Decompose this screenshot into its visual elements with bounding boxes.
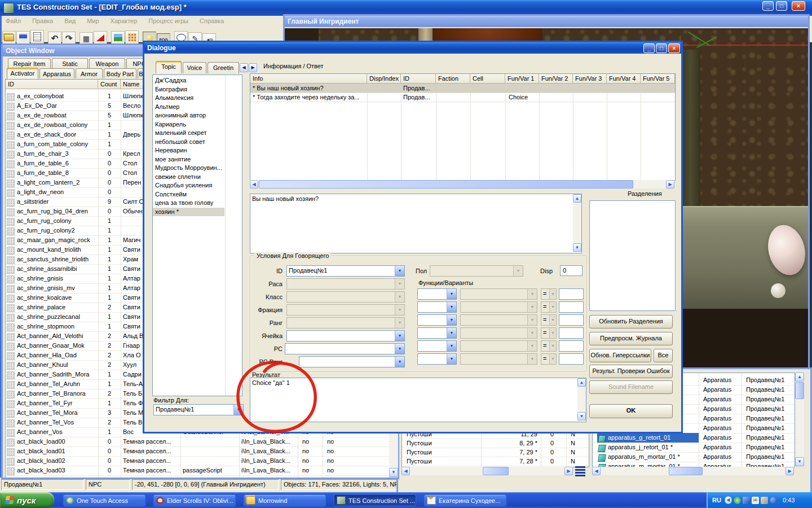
journal-preview-button[interactable]: Предпросм. Журнала xyxy=(589,332,673,345)
response-vscrollbar[interactable]: ▲ ▼ xyxy=(573,194,581,252)
chevron-down-icon[interactable]: ▼ xyxy=(447,328,456,338)
preferences-button[interactable] xyxy=(30,30,44,43)
variant-combo[interactable]: ▼ xyxy=(460,327,537,339)
object-row[interactable]: act_black_load010Темная рассел...i\In_La… xyxy=(6,446,390,457)
race-combo[interactable]: ▼ xyxy=(286,278,405,290)
function-combo[interactable]: ▼ xyxy=(417,327,457,339)
language-indicator[interactable]: RU xyxy=(712,497,721,503)
response-textarea[interactable]: Вы наш новый хозяин? ▲ ▼ xyxy=(250,194,582,253)
function-combo[interactable]: ▼ xyxy=(417,340,457,352)
tray-icon-mail[interactable]: ✉ xyxy=(752,497,759,504)
scroll-up-icon[interactable]: ▲ xyxy=(795,373,804,382)
menu-world[interactable]: Мир xyxy=(81,16,104,26)
scroll-down-icon[interactable]: ▼ xyxy=(795,457,804,466)
task-folder[interactable]: Morrowind xyxy=(244,494,326,506)
info-row[interactable]: * Вы наш новый хозяин?Продав... xyxy=(250,84,675,93)
chevron-down-icon[interactable]: ▼ xyxy=(447,302,456,312)
menu-view[interactable]: Вид xyxy=(59,16,81,26)
topic-item[interactable]: цена за твою голову xyxy=(153,199,224,208)
chevron-down-icon[interactable]: ▼ xyxy=(395,279,404,289)
rank-combo[interactable]: ▼ xyxy=(286,317,405,329)
cell-row[interactable]: Пустоши7, 28 *0N xyxy=(402,457,589,466)
tab-weapon[interactable]: Weapon xyxy=(89,58,125,68)
clock[interactable]: 0:43 xyxy=(783,497,795,503)
update-hyperlinks-button[interactable]: Обнов. Гиперссылки xyxy=(589,349,651,362)
chevron-down-icon[interactable]: ▼ xyxy=(395,318,404,328)
menu-character[interactable]: Характер xyxy=(105,16,143,26)
topic-item[interactable]: Альтмер xyxy=(153,103,224,112)
sound-filename-button[interactable]: Sound Filename xyxy=(589,380,673,394)
scroll-left-icon[interactable]: ◀ xyxy=(401,467,410,475)
maximize-button[interactable]: □ xyxy=(776,1,787,11)
dialogue-close-button[interactable]: × xyxy=(668,43,680,53)
dialogue-titlebar[interactable]: Dialogue xyxy=(144,42,681,54)
info-column-id[interactable]: ID xyxy=(401,74,436,84)
menu-edit[interactable]: Правка xyxy=(27,16,59,26)
save-button[interactable] xyxy=(16,31,30,45)
info-column-fun-var-3[interactable]: Fun/Var 3 xyxy=(573,74,607,84)
ok-button[interactable]: OK xyxy=(589,404,673,418)
topic-item[interactable]: Солстхейм xyxy=(153,190,224,199)
value-field[interactable] xyxy=(559,340,584,352)
start-button[interactable]: пуск xyxy=(0,492,54,508)
scroll-up-icon[interactable]: ▲ xyxy=(577,378,586,387)
object-list-vscrollbar[interactable]: ▲ ▼ xyxy=(795,373,804,466)
info-column-fun-var-4[interactable]: Fun/Var 4 xyxy=(607,74,641,84)
scroll-thumb[interactable] xyxy=(795,382,804,399)
topic-list[interactable]: Дж'СаддхаБиографияАльмалексияАльтмеранон… xyxy=(152,75,242,396)
topic-item[interactable]: свежие сплетни xyxy=(153,173,224,182)
info-column-disp-index[interactable]: Disp/Index xyxy=(367,74,401,84)
object-row[interactable]: act_black_load020Темная рассел...i\In_La… xyxy=(6,456,390,466)
info-column-info[interactable]: Info xyxy=(250,74,367,84)
chevron-down-icon[interactable]: ▼ xyxy=(395,292,404,302)
chevron-down-icon[interactable]: ▼ xyxy=(395,266,404,276)
variant-combo[interactable]: ▼ xyxy=(460,301,537,313)
scroll-down-icon[interactable]: ▼ xyxy=(573,243,581,252)
scroll-right-icon[interactable]: ▶ xyxy=(666,180,674,189)
main-titlebar[interactable]: TES Construction Set - [EDIT_Глобал мод.… xyxy=(0,0,812,16)
scroll-thumb[interactable] xyxy=(669,467,703,475)
class-combo[interactable]: ▼ xyxy=(286,291,405,303)
info-row[interactable]: * Тогда заходите через недельку за...Про… xyxy=(250,93,675,102)
chevron-down-icon[interactable]: ▼ xyxy=(447,341,456,351)
comparison-combo[interactable]: =▼ xyxy=(541,353,557,365)
chevron-down-icon[interactable]: ▼ xyxy=(395,305,404,315)
function-combo[interactable]: ▼ xyxy=(417,301,457,313)
sex-combo[interactable]: ▼ xyxy=(430,265,523,277)
scroll-thumb[interactable] xyxy=(259,180,633,189)
topic-item[interactable]: Мудрость Морроувин... xyxy=(153,164,224,173)
disp-field[interactable]: 0 xyxy=(560,265,582,276)
landscape-slope-button[interactable] xyxy=(94,31,107,45)
tray-icon-antivirus[interactable] xyxy=(734,497,741,504)
tab-scroll-right-icon[interactable]: ▶ xyxy=(249,63,257,72)
tray-icon-network[interactable] xyxy=(743,497,750,504)
tray-icon-app[interactable] xyxy=(770,497,777,504)
landscape-edit-button[interactable] xyxy=(111,31,125,45)
error-check-results-button[interactable]: Результ. Проверки Ошибок xyxy=(589,365,673,378)
cell-row[interactable]: Пустоши7, 29 *0N xyxy=(402,448,589,457)
faction-combo[interactable]: ▼ xyxy=(286,304,405,316)
topic-item[interactable]: Альмалексия xyxy=(153,94,224,103)
id-combo[interactable]: Продавец№1▼ xyxy=(286,265,405,277)
scroll-thumb[interactable] xyxy=(483,467,509,475)
vertex-color-button[interactable] xyxy=(125,30,139,44)
cell-object-row[interactable]: apparatus_m_mortar_01 *ApparatusПродавец… xyxy=(593,452,795,462)
function-combo[interactable]: ▼ xyxy=(417,288,457,300)
comparison-combo[interactable]: =▼ xyxy=(541,314,557,326)
scroll-down-icon[interactable]: ▼ xyxy=(389,468,398,477)
scroll-up-icon[interactable]: ▲ xyxy=(573,194,581,203)
menu-file[interactable]: Файл xyxy=(0,16,27,26)
value-field[interactable] xyxy=(559,288,584,300)
render-window-titlebar[interactable]: Главный Ингридиент xyxy=(285,16,808,27)
topic-item[interactable]: небольшой совет xyxy=(153,138,224,147)
column-header-id[interactable]: ID xyxy=(6,80,98,89)
topic-item[interactable]: маленький секрет xyxy=(153,129,224,138)
tab-greetin[interactable]: Greetin xyxy=(208,62,239,73)
list-splitter-handle[interactable] xyxy=(575,466,585,478)
info-column-fun-var-1[interactable]: Fun/Var 1 xyxy=(505,74,539,84)
topic-item[interactable]: мое занятие xyxy=(153,155,224,164)
all-button[interactable]: Все xyxy=(654,349,673,362)
tab-armor[interactable]: Armor xyxy=(76,68,103,78)
close-button[interactable]: × xyxy=(792,1,805,11)
task-oblivion[interactable]: Elder Scrolls IV: Oblivi... xyxy=(153,494,236,506)
